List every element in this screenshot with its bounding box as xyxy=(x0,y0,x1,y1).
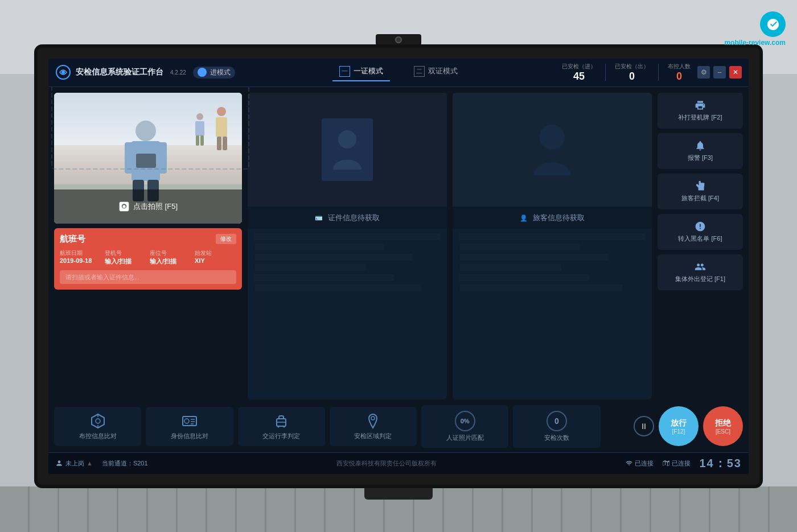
pause-button[interactable]: ⏸ xyxy=(634,416,654,436)
flight-details: 航班日期 2019-09-18 登机号 输入/扫描 座位号 xyxy=(60,249,236,266)
func-btn-control[interactable]: 布控信息比对 xyxy=(54,407,141,446)
func-btn-photo-match-label: 人证照片匹配 xyxy=(446,434,484,442)
func-btn-count[interactable]: 0 安检次数 xyxy=(513,405,600,448)
watermark-text: mobile-review.com xyxy=(724,39,786,47)
hexagon-icon xyxy=(89,413,106,430)
flight-panel: 航班号 修改 航班日期 2019-09-18 登机号 xyxy=(54,228,242,290)
action-btn-group-label: 集体外出登记 [F1] xyxy=(675,275,725,283)
stat-controlled: 布控人数 0 xyxy=(668,63,691,83)
flight-boarding-field: 登机号 输入/扫描 xyxy=(105,249,146,266)
action-btn-alarm-label: 报警 [F3] xyxy=(688,154,713,162)
action-btn-intercept-label: 旅客拦截 [F4] xyxy=(681,194,719,203)
alarm-icon xyxy=(695,140,706,151)
version-badge: 4.2.22 xyxy=(170,69,186,76)
func-btn-area[interactable]: 安检区域判定 xyxy=(330,407,417,446)
id-icon: 🪪 xyxy=(315,215,323,221)
func-btn-baggage[interactable]: 交运行李判定 xyxy=(238,407,325,446)
stat-checked-in: 已安检（进） 45 xyxy=(562,63,596,83)
footer-bar: 未上岗 ▲ 当前通道：S201 西安悦泰科技有限责任公司版权所有 已连接 xyxy=(48,452,749,474)
func-btn-control-label: 布控信息比对 xyxy=(79,432,117,440)
close-btn[interactable]: ✕ xyxy=(729,66,742,79)
group-icon xyxy=(695,261,706,273)
action-btn-reprint-label: 补打登机牌 [F2] xyxy=(678,113,722,122)
right-panel: 补打登机牌 [F2] 报警 [F3] 旅客拦截 [F4] xyxy=(658,93,743,399)
center-panels: 🪪 证件信息待获取 xyxy=(248,93,652,399)
passenger-info-bar: 👤 旅客信息待获取 xyxy=(453,207,652,229)
svg-point-30 xyxy=(278,426,280,427)
tab-dual[interactable]: 二 双证模式 xyxy=(407,64,465,79)
id-data-rows xyxy=(248,229,447,399)
svg-point-19 xyxy=(540,125,565,150)
flight-edit-btn[interactable]: 修改 xyxy=(216,234,236,244)
svg-point-1 xyxy=(61,71,65,74)
func-btn-photo-match[interactable]: 0% 人证照片匹配 xyxy=(421,405,508,448)
svg-point-20 xyxy=(96,419,100,423)
reject-button[interactable]: 拒绝 [ESC] xyxy=(703,406,743,446)
settings-btn[interactable]: ⚙ xyxy=(697,66,710,79)
pass-data-row-4 xyxy=(459,264,561,271)
tab-dual-wrap: 二 双证模式 xyxy=(407,64,465,81)
tv-stand xyxy=(364,488,433,500)
mode-toggle[interactable]: 进模式 xyxy=(193,67,235,79)
func-btn-identity[interactable]: 身份信息比对 xyxy=(146,407,233,446)
tab-single[interactable]: 一 一证模式 xyxy=(332,64,390,79)
percent-circle: 0% xyxy=(455,411,475,431)
tv-container: 安检信息系统验证工作台 4.2.22 进模式 一 一证模式 xyxy=(34,44,763,488)
id-data-row-4 xyxy=(254,264,366,271)
func-btn-baggage-label: 交运行李判定 xyxy=(262,432,300,440)
passenger-info-label: 旅客信息待获取 xyxy=(533,213,585,222)
tab-single-wrap: 一 一证模式 xyxy=(332,64,390,81)
func-btn-count-label: 安检次数 xyxy=(544,434,569,442)
mode-toggle-label: 进模式 xyxy=(210,68,231,77)
passenger-icon: 👤 xyxy=(520,215,528,221)
flight-scan-input[interactable] xyxy=(60,270,236,284)
id-photo-area xyxy=(248,93,447,207)
stat-checked-out: 已安检（出） 0 xyxy=(615,63,649,83)
main-content: 点击拍照 [F5] 航班号 修改 xyxy=(48,87,749,405)
id-photo-placeholder xyxy=(322,118,373,181)
action-btn-blacklist-label: 转入黑名单 [F6] xyxy=(678,234,722,243)
passenger-person-icon xyxy=(529,121,575,178)
full-screen: mobile-review.com xyxy=(0,0,797,532)
mode-toggle-dot xyxy=(198,68,207,77)
release-button[interactable]: 放行 [F12] xyxy=(659,406,699,446)
svg-point-17 xyxy=(338,130,356,149)
passenger-photo-area xyxy=(453,93,652,207)
hand-icon xyxy=(695,180,706,192)
action-btn-intercept[interactable]: 旅客拦截 [F4] xyxy=(658,174,743,209)
pass-data-row-5 xyxy=(459,274,589,281)
svg-point-24 xyxy=(184,419,189,423)
main-area: 点击拍照 [F5] 航班号 修改 xyxy=(48,87,749,474)
header-stats: 已安检（进） 45 已安检（出） 0 布控人数 0 xyxy=(562,63,691,83)
id-data-row-6 xyxy=(254,284,421,291)
header-center: 一 一证模式 二 双证模式 xyxy=(235,64,562,81)
passenger-data-rows xyxy=(453,229,652,399)
flight-title: 航班号 xyxy=(60,234,85,245)
location-icon xyxy=(364,413,381,430)
company-name: 西安悦泰科技有限责任公司版权所有 xyxy=(157,459,617,468)
minimize-btn[interactable]: – xyxy=(713,66,726,79)
action-btn-reprint[interactable]: 补打登机牌 [F2] xyxy=(658,93,743,129)
capture-button[interactable]: 点击拍照 [F5] xyxy=(118,201,178,212)
camera-icon xyxy=(118,201,130,212)
capture-overlay[interactable]: 点击拍照 [F5] xyxy=(54,189,242,224)
action-btn-alarm[interactable]: 报警 [F3] xyxy=(658,133,743,169)
pass-data-row-1 xyxy=(459,233,645,240)
bottom-functions: 布控信息比对 身份信息比对 xyxy=(48,405,749,452)
flight-date-field: 航班日期 2019-09-18 xyxy=(60,249,101,266)
action-btn-blacklist[interactable]: 转入黑名单 [F6] xyxy=(658,214,743,250)
action-btn-group[interactable]: 集体外出登记 [F1] xyxy=(658,254,743,290)
flight-departure-field: 始发站 XIY xyxy=(195,249,236,266)
watermark-area: mobile-review.com xyxy=(724,11,786,47)
id-info-label: 证件信息待获取 xyxy=(328,213,380,222)
flight-seat-field: 座位号 输入/扫描 xyxy=(150,249,191,266)
connection-status-1: 已连接 xyxy=(626,459,654,468)
func-btn-area-label: 安检区域判定 xyxy=(354,432,392,440)
flight-header: 航班号 修改 xyxy=(60,234,236,245)
header-controls: ⚙ – ✕ xyxy=(697,66,742,79)
print-icon xyxy=(695,100,706,111)
id-data-row-2 xyxy=(254,244,384,250)
user-icon xyxy=(55,459,63,467)
luggage-icon xyxy=(273,413,290,430)
clock: 14：53 xyxy=(700,456,742,471)
